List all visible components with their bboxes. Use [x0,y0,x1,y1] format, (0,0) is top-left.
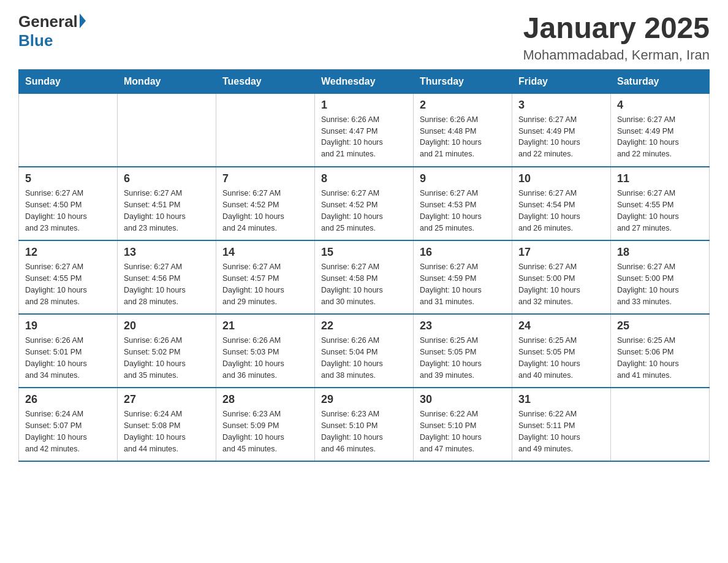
day-number: 10 [518,172,604,185]
day-number: 26 [25,393,111,406]
day-number: 14 [222,246,308,259]
calendar-day-5: 5Sunrise: 6:27 AMSunset: 4:50 PMDaylight… [19,167,118,240]
day-number: 17 [518,246,604,259]
calendar-day-24: 24Sunrise: 6:25 AMSunset: 5:05 PMDayligh… [512,314,611,388]
day-info: Sunrise: 6:25 AMSunset: 5:05 PMDaylight:… [518,335,604,381]
day-number: 6 [124,172,210,185]
day-info: Sunrise: 6:27 AMSunset: 4:49 PMDaylight:… [617,114,703,160]
day-number: 23 [420,320,506,332]
day-number: 7 [222,172,308,185]
day-info: Sunrise: 6:27 AMSunset: 4:53 PMDaylight:… [420,188,506,234]
day-info: Sunrise: 6:27 AMSunset: 4:51 PMDaylight:… [124,188,210,234]
calendar-day-6: 6Sunrise: 6:27 AMSunset: 4:51 PMDaylight… [118,167,216,240]
calendar-empty-cell [216,93,315,167]
day-info: Sunrise: 6:26 AMSunset: 5:03 PMDaylight:… [222,335,308,381]
calendar-day-16: 16Sunrise: 6:27 AMSunset: 4:59 PMDayligh… [414,240,512,314]
calendar-day-8: 8Sunrise: 6:27 AMSunset: 4:52 PMDaylight… [315,167,414,240]
title-block: January 2025 Mohammadabad, Kerman, Iran [523,12,710,63]
calendar-day-26: 26Sunrise: 6:24 AMSunset: 5:07 PMDayligh… [19,388,118,461]
logo-blue: Blue [18,31,86,50]
day-number: 15 [321,246,407,259]
day-info: Sunrise: 6:27 AMSunset: 4:56 PMDaylight:… [124,261,210,307]
day-number: 25 [617,320,703,332]
logo: General Blue [18,12,86,50]
calendar-day-31: 31Sunrise: 6:22 AMSunset: 5:11 PMDayligh… [512,388,611,461]
logo-general: General [18,12,78,31]
day-info: Sunrise: 6:24 AMSunset: 5:07 PMDaylight:… [25,408,111,454]
calendar-empty-cell [19,93,118,167]
calendar-week-3: 12Sunrise: 6:27 AMSunset: 4:55 PMDayligh… [19,240,710,314]
day-info: Sunrise: 6:24 AMSunset: 5:08 PMDaylight:… [124,408,210,454]
calendar-week-2: 5Sunrise: 6:27 AMSunset: 4:50 PMDaylight… [19,167,710,240]
calendar-day-23: 23Sunrise: 6:25 AMSunset: 5:05 PMDayligh… [414,314,512,388]
day-number: 13 [124,246,210,259]
calendar-day-20: 20Sunrise: 6:26 AMSunset: 5:02 PMDayligh… [118,314,216,388]
day-info: Sunrise: 6:27 AMSunset: 4:58 PMDaylight:… [321,261,407,307]
calendar-table: SundayMondayTuesdayWednesdayThursdayFrid… [18,69,710,462]
weekday-header-friday: Friday [512,69,611,93]
day-number: 5 [25,172,111,185]
day-info: Sunrise: 6:26 AMSunset: 5:04 PMDaylight:… [321,335,407,381]
calendar-day-22: 22Sunrise: 6:26 AMSunset: 5:04 PMDayligh… [315,314,414,388]
day-info: Sunrise: 6:27 AMSunset: 4:55 PMDaylight:… [617,188,703,234]
calendar-day-21: 21Sunrise: 6:26 AMSunset: 5:03 PMDayligh… [216,314,315,388]
day-number: 22 [321,320,407,332]
day-info: Sunrise: 6:27 AMSunset: 4:54 PMDaylight:… [518,188,604,234]
day-info: Sunrise: 6:27 AMSunset: 4:52 PMDaylight:… [321,188,407,234]
day-info: Sunrise: 6:26 AMSunset: 5:01 PMDaylight:… [25,335,111,381]
day-info: Sunrise: 6:26 AMSunset: 4:47 PMDaylight:… [321,114,407,160]
calendar-day-3: 3Sunrise: 6:27 AMSunset: 4:49 PMDaylight… [512,93,611,167]
day-info: Sunrise: 6:23 AMSunset: 5:09 PMDaylight:… [222,408,308,454]
day-number: 18 [617,246,703,259]
day-info: Sunrise: 6:27 AMSunset: 4:57 PMDaylight:… [222,261,308,307]
calendar-subtitle: Mohammadabad, Kerman, Iran [523,47,710,63]
day-number: 4 [617,99,703,112]
calendar-body: 1Sunrise: 6:26 AMSunset: 4:47 PMDaylight… [19,93,710,461]
day-info: Sunrise: 6:26 AMSunset: 4:48 PMDaylight:… [420,114,506,160]
day-info: Sunrise: 6:25 AMSunset: 5:06 PMDaylight:… [617,335,703,381]
day-info: Sunrise: 6:27 AMSunset: 5:00 PMDaylight:… [518,261,604,307]
day-info: Sunrise: 6:25 AMSunset: 5:05 PMDaylight:… [420,335,506,381]
day-info: Sunrise: 6:27 AMSunset: 5:00 PMDaylight:… [617,261,703,307]
calendar-week-4: 19Sunrise: 6:26 AMSunset: 5:01 PMDayligh… [19,314,710,388]
weekday-header-tuesday: Tuesday [216,69,315,93]
calendar-day-11: 11Sunrise: 6:27 AMSunset: 4:55 PMDayligh… [611,167,710,240]
weekday-header-thursday: Thursday [414,69,512,93]
day-number: 9 [420,172,506,185]
calendar-day-7: 7Sunrise: 6:27 AMSunset: 4:52 PMDaylight… [216,167,315,240]
day-number: 16 [420,246,506,259]
day-info: Sunrise: 6:26 AMSunset: 5:02 PMDaylight:… [124,335,210,381]
weekday-header-monday: Monday [118,69,216,93]
day-number: 24 [518,320,604,332]
calendar-day-10: 10Sunrise: 6:27 AMSunset: 4:54 PMDayligh… [512,167,611,240]
day-number: 27 [124,393,210,406]
calendar-day-30: 30Sunrise: 6:22 AMSunset: 5:10 PMDayligh… [414,388,512,461]
calendar-day-2: 2Sunrise: 6:26 AMSunset: 4:48 PMDaylight… [414,93,512,167]
day-number: 2 [420,99,506,112]
day-number: 30 [420,393,506,406]
day-number: 3 [518,99,604,112]
calendar-day-27: 27Sunrise: 6:24 AMSunset: 5:08 PMDayligh… [118,388,216,461]
calendar-day-19: 19Sunrise: 6:26 AMSunset: 5:01 PMDayligh… [19,314,118,388]
weekday-header-row: SundayMondayTuesdayWednesdayThursdayFrid… [19,69,710,93]
calendar-header: SundayMondayTuesdayWednesdayThursdayFrid… [19,69,710,93]
calendar-empty-cell [118,93,216,167]
calendar-day-14: 14Sunrise: 6:27 AMSunset: 4:57 PMDayligh… [216,240,315,314]
calendar-day-9: 9Sunrise: 6:27 AMSunset: 4:53 PMDaylight… [414,167,512,240]
day-number: 28 [222,393,308,406]
day-number: 20 [124,320,210,332]
calendar-day-28: 28Sunrise: 6:23 AMSunset: 5:09 PMDayligh… [216,388,315,461]
calendar-day-17: 17Sunrise: 6:27 AMSunset: 5:00 PMDayligh… [512,240,611,314]
calendar-day-25: 25Sunrise: 6:25 AMSunset: 5:06 PMDayligh… [611,314,710,388]
day-number: 19 [25,320,111,332]
day-number: 31 [518,393,604,406]
day-info: Sunrise: 6:22 AMSunset: 5:10 PMDaylight:… [420,408,506,454]
day-info: Sunrise: 6:23 AMSunset: 5:10 PMDaylight:… [321,408,407,454]
calendar-day-13: 13Sunrise: 6:27 AMSunset: 4:56 PMDayligh… [118,240,216,314]
day-info: Sunrise: 6:27 AMSunset: 4:49 PMDaylight:… [518,114,604,160]
day-number: 8 [321,172,407,185]
page-header: General Blue January 2025 Mohammadabad, … [18,12,710,63]
day-info: Sunrise: 6:22 AMSunset: 5:11 PMDaylight:… [518,408,604,454]
day-info: Sunrise: 6:27 AMSunset: 4:55 PMDaylight:… [25,261,111,307]
calendar-day-15: 15Sunrise: 6:27 AMSunset: 4:58 PMDayligh… [315,240,414,314]
